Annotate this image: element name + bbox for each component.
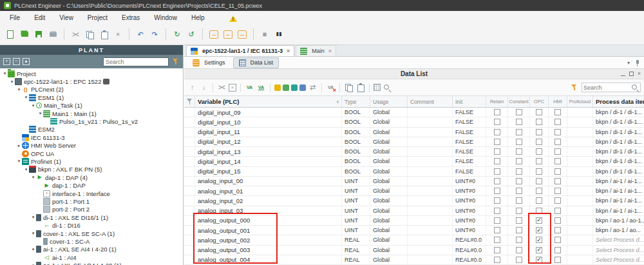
column-header-proficloud[interactable]: Proficloud: [567, 96, 593, 107]
tree-item[interactable]: IEC 61131-3: [0, 133, 183, 141]
usage-cell[interactable]: Global: [370, 108, 408, 117]
tree-item[interactable]: cover-1 : SC-A: [0, 237, 183, 245]
menu-project[interactable]: Project: [80, 12, 115, 23]
minimize-panel-icon[interactable]: [621, 72, 625, 76]
pause-button[interactable]: ▮▮: [272, 28, 285, 41]
opc-checkbox[interactable]: [536, 168, 542, 175]
comment-cell[interactable]: [408, 147, 453, 156]
init-cell[interactable]: UINT#0: [453, 206, 486, 215]
init-cell[interactable]: REAL#0.0: [453, 235, 486, 244]
usage-cell[interactable]: Global: [370, 157, 408, 166]
column-header-variable-plc-[interactable]: Variable (PLC)‹: [195, 96, 342, 107]
constant-checkbox[interactable]: [516, 257, 522, 263]
tree-item[interactable]: ▾{}PLCnext (2): [0, 86, 183, 93]
hmi-checkbox[interactable]: [554, 208, 561, 214]
init-cell[interactable]: REAL#0.0: [453, 246, 486, 255]
opc-checkbox[interactable]: [536, 129, 542, 135]
tree-item[interactable]: OPC UA: [0, 150, 183, 157]
locate-item-icon[interactable]: [23, 58, 30, 65]
plant-search-input[interactable]: [106, 59, 166, 65]
comment-cell[interactable]: [408, 157, 453, 166]
table-row[interactable]: digital_input_13BOOLGlobalFALSEbkpn / di…: [184, 147, 644, 157]
usage-cell[interactable]: Global: [370, 177, 408, 186]
process-data-item-cell[interactable]: Select Process d...: [593, 235, 644, 244]
comment-cell[interactable]: [408, 216, 453, 225]
retain-checkbox[interactable]: [494, 148, 500, 155]
tab-data-list[interactable]: Data List: [233, 57, 279, 68]
datalist-search-input[interactable]: [583, 84, 630, 91]
tree-item[interactable]: ▸HMI Web Server: [0, 142, 183, 150]
usage-cell[interactable]: Global: [370, 117, 408, 126]
usage-cell[interactable]: Global: [370, 226, 408, 235]
variable-cell[interactable]: analog_input_01: [195, 186, 342, 195]
delete-button[interactable]: ×: [111, 28, 124, 41]
row-handle[interactable]: [184, 137, 195, 146]
opc-checkbox[interactable]: ✓: [536, 237, 542, 243]
import-icon[interactable]: [291, 84, 298, 91]
expand-arrow-icon[interactable]: ▸: [16, 143, 22, 148]
type-cell[interactable]: BOOL: [342, 157, 370, 166]
type-cell[interactable]: UINT: [342, 196, 370, 205]
table-row[interactable]: digital_input_09BOOLGlobalFALSEbkpn / di…: [184, 108, 644, 117]
table-row[interactable]: analog_output_004REALGlobalREAL#0.0✓Sele…: [184, 255, 644, 265]
variable-cell[interactable]: analog_input_03: [195, 206, 342, 215]
opc-checkbox[interactable]: ✓: [536, 227, 542, 233]
init-cell[interactable]: UINT#0: [453, 196, 486, 205]
usage-cell[interactable]: Global: [370, 147, 408, 156]
tree-item[interactable]: ▾bkpn : AXL F BK PN (5): [0, 166, 183, 173]
collapse-arrow-icon[interactable]: ▾: [23, 95, 29, 100]
tree-item[interactable]: ▾Profinet (1): [0, 157, 183, 165]
row-handle[interactable]: [184, 255, 195, 264]
redo-button[interactable]: ↷: [148, 28, 161, 41]
comment-cell[interactable]: [408, 235, 453, 244]
warning-icon[interactable]: [229, 15, 237, 22]
table-row[interactable]: digital_input_11BOOLGlobalFALSEbkpn / di…: [184, 128, 644, 137]
row-handle[interactable]: [184, 108, 195, 117]
process-data-item-cell[interactable]: bkpn / di-1 / di-1...: [593, 167, 644, 176]
link-icon[interactable]: ⇄: [308, 83, 317, 92]
connect-button[interactable]: ↔: [236, 28, 249, 41]
move-up-icon[interactable]: ↑: [187, 83, 197, 92]
variable-cell[interactable]: analog_output_003: [195, 246, 342, 255]
hmi-checkbox[interactable]: [554, 188, 561, 194]
table-row[interactable]: digital_input_10BOOLGlobalFALSEbkpn / di…: [184, 117, 644, 127]
close-tab-icon[interactable]: ×: [287, 48, 290, 54]
print-button[interactable]: [46, 28, 59, 41]
row-handle[interactable]: [184, 216, 195, 225]
menu-edit[interactable]: Edit: [27, 12, 52, 23]
process-data-item-cell[interactable]: bkpn / di-1 / di-1...: [593, 117, 644, 126]
process-data-item-cell[interactable]: bkpn / di-1 / di-1...: [593, 157, 644, 166]
type-cell[interactable]: UINT: [342, 216, 370, 225]
usage-cell[interactable]: Global: [370, 216, 408, 225]
usage-cell[interactable]: Global: [370, 196, 408, 205]
comment-cell[interactable]: [408, 177, 453, 186]
document-tab[interactable]: Main×: [296, 45, 336, 56]
variable-cell[interactable]: analog_output_002: [195, 235, 342, 244]
move-down-icon[interactable]: ↓: [199, 83, 209, 92]
init-cell[interactable]: FALSE: [453, 128, 486, 137]
table-row[interactable]: analog_input_01UINTGlobalUINT#0bkpn / ai…: [184, 186, 644, 196]
task-list-button[interactable]: ≡: [258, 28, 271, 41]
write-to-plc-button[interactable]: →: [207, 28, 220, 41]
collapse-arrow-icon[interactable]: ▾: [9, 79, 15, 84]
comment-cell[interactable]: [408, 128, 453, 137]
usage-cell[interactable]: Global: [370, 128, 408, 137]
hmi-checkbox[interactable]: [554, 237, 561, 243]
chevron-down-icon[interactable]: ▾: [627, 60, 630, 66]
hmi-checkbox[interactable]: [554, 109, 561, 115]
delete-variable-icon[interactable]: VA: [326, 83, 336, 92]
undo-button[interactable]: ↶: [134, 28, 147, 41]
comment-cell[interactable]: [408, 167, 453, 176]
paste-button[interactable]: [97, 28, 110, 41]
constant-checkbox[interactable]: [516, 217, 522, 224]
variable-cell[interactable]: digital_input_09: [195, 108, 342, 117]
init-cell[interactable]: FALSE: [453, 117, 486, 126]
header-filter-icon[interactable]: [185, 97, 194, 106]
process-data-item-cell[interactable]: bkpn / ao-1 / ao...: [593, 226, 644, 235]
init-cell[interactable]: UINT#0: [453, 216, 486, 225]
hmi-checkbox[interactable]: [554, 227, 561, 233]
tab-settings[interactable]: Settings: [187, 57, 231, 68]
retain-checkbox[interactable]: [494, 257, 500, 263]
hmi-checkbox[interactable]: [554, 178, 561, 184]
table-row[interactable]: digital_input_15BOOLGlobalFALSEbkpn / di…: [184, 167, 644, 177]
